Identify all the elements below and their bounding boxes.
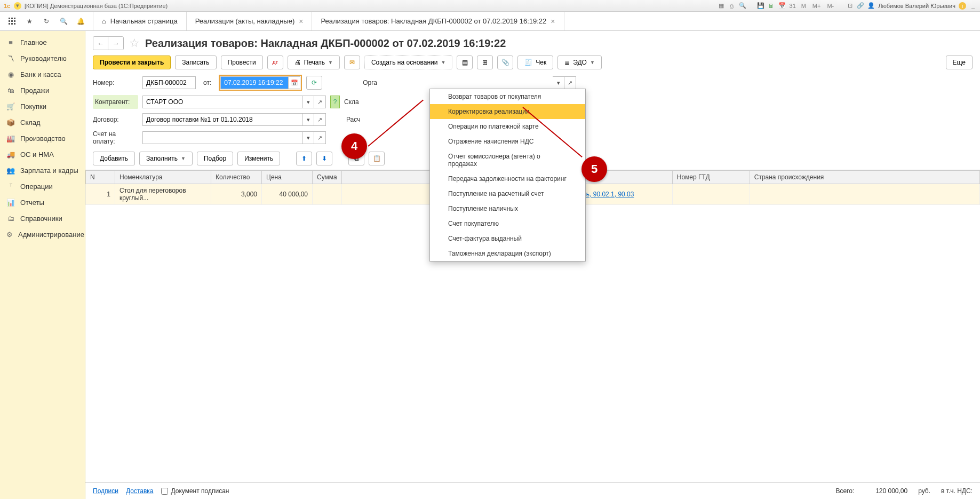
- dropdown-item[interactable]: Возврат товаров от покупателя: [430, 89, 585, 104]
- list-button[interactable]: ▤: [457, 56, 473, 69]
- col-nom[interactable]: Номенклатура: [115, 171, 211, 184]
- search-top-icon[interactable]: ⊡: [846, 2, 854, 10]
- date-icon[interactable]: 31: [789, 2, 796, 10]
- add-button[interactable]: Добавить: [93, 152, 135, 165]
- link-icon[interactable]: 🔗: [857, 2, 864, 10]
- apps-icon[interactable]: [7, 17, 17, 26]
- date-field[interactable]: [220, 76, 289, 89]
- dropdown-item[interactable]: Отражение начисления НДС: [430, 134, 585, 149]
- more-button[interactable]: Еще: [946, 56, 973, 69]
- dropdown-item[interactable]: Таможенная декларация (экспорт): [430, 246, 585, 261]
- contractor-field[interactable]: [142, 96, 302, 108]
- col-price[interactable]: Цена: [262, 171, 313, 184]
- info-icon[interactable]: i: [959, 2, 966, 10]
- contract-field[interactable]: [142, 113, 302, 126]
- number-field[interactable]: [142, 76, 196, 89]
- calendar-icon[interactable]: 📅: [778, 2, 786, 10]
- calendar-picker-icon[interactable]: 📅: [289, 76, 300, 89]
- refresh-date-button[interactable]: ⟳: [306, 76, 322, 90]
- col-n[interactable]: N: [86, 171, 115, 184]
- check-button[interactable]: 🧾Чек: [517, 56, 553, 69]
- contr-open-icon[interactable]: ↗: [314, 96, 326, 108]
- dropdown-item[interactable]: Счет-фактура выданный: [430, 231, 585, 246]
- post-close-button[interactable]: Провести и закрыть: [93, 56, 171, 69]
- sidebar-item-stock[interactable]: 📦Склад: [0, 114, 85, 130]
- dropdown-item[interactable]: Отчет комиссионера (агента) о продажах: [430, 149, 585, 171]
- search-icon[interactable]: 🔍: [59, 17, 68, 26]
- dog-dropdown-icon[interactable]: ▾: [302, 113, 314, 126]
- fill-button[interactable]: Заполнить▼: [139, 152, 193, 165]
- close-icon[interactable]: ×: [299, 17, 303, 26]
- callout-5: 5: [581, 156, 607, 182]
- tab-document[interactable]: Реализация товаров: Накладная ДКБП-00000…: [312, 12, 564, 30]
- dropdown-item[interactable]: Передача задолженности на факторинг: [430, 171, 585, 186]
- tb-icon-1[interactable]: ▦: [718, 2, 725, 10]
- col-country[interactable]: Страна происхождения: [750, 171, 979, 184]
- print-button[interactable]: 🖨Печать▼: [288, 56, 340, 69]
- sidebar-item-buy[interactable]: 🛒Покупки: [0, 98, 85, 114]
- user-name[interactable]: Любимов Валерий Юрьевич: [878, 3, 955, 9]
- change-button[interactable]: Изменить: [237, 152, 280, 165]
- edo-button[interactable]: ≣ЭДО▼: [557, 56, 602, 69]
- attach-button[interactable]: 📎: [497, 56, 513, 69]
- print-icon[interactable]: ⎙: [728, 2, 736, 10]
- doc-signed-checkbox[interactable]: Документ подписан: [161, 487, 229, 495]
- inv-open-icon[interactable]: ↗: [314, 131, 326, 144]
- sidebar-item-manager[interactable]: 〽Руководителю: [0, 50, 85, 66]
- org-open-icon[interactable]: ↗: [564, 76, 576, 89]
- bell-icon[interactable]: 🔔: [76, 17, 85, 26]
- dropdown-item[interactable]: Операция по платежной карте: [430, 119, 585, 134]
- mail-button[interactable]: ✉: [344, 56, 360, 69]
- calc-icon[interactable]: 🖩: [768, 2, 775, 10]
- sidebar-item-admin[interactable]: ⚙Администрирование: [0, 226, 85, 242]
- help-icon[interactable]: ?: [330, 96, 340, 108]
- sidebar-item-sales[interactable]: 🛍Продажи: [0, 82, 85, 98]
- sidebar-item-dir[interactable]: 🗂Справочники: [0, 210, 85, 226]
- create-based-button[interactable]: Создать на основании▼: [364, 56, 452, 69]
- dog-open-icon[interactable]: ↗: [314, 113, 326, 126]
- delivery-link[interactable]: Доставка: [126, 487, 154, 495]
- back-button[interactable]: ←: [93, 37, 108, 50]
- org-dropdown-icon[interactable]: ▾: [553, 76, 564, 89]
- close-icon[interactable]: ×: [551, 17, 555, 26]
- dropdown-item[interactable]: Поступление на расчетный счет: [430, 186, 585, 201]
- sidebar-item-ops[interactable]: ᵀОперации: [0, 178, 85, 194]
- tab-sales[interactable]: Реализация (акты, накладные) ×: [187, 12, 313, 30]
- sidebar-item-salary[interactable]: 👥Зарплата и кадры: [0, 162, 85, 178]
- dropdown-icon[interactable]: ▾: [14, 2, 21, 10]
- col-qty[interactable]: Количество: [211, 171, 262, 184]
- preview-icon[interactable]: 🔍: [739, 2, 746, 10]
- invoice-field[interactable]: [142, 131, 302, 144]
- dropdown-item-active[interactable]: Корректировка реализации: [430, 104, 585, 119]
- col-sum[interactable]: Сумма: [313, 171, 342, 184]
- col-gtd[interactable]: Номер ГТД: [672, 171, 750, 184]
- dt-kt-button[interactable]: Дт: [267, 56, 283, 69]
- move-up-button[interactable]: ⬆: [296, 152, 312, 165]
- sidebar-item-reports[interactable]: 📊Отчеты: [0, 194, 85, 210]
- paste-button[interactable]: 📋: [369, 152, 385, 165]
- m-button[interactable]: М: [800, 3, 808, 9]
- min-icon[interactable]: _: [969, 2, 977, 10]
- mplus-button[interactable]: М+: [811, 3, 823, 9]
- sidebar-item-main[interactable]: ≡Главное: [0, 34, 85, 50]
- struct-button[interactable]: ⊞: [477, 56, 493, 69]
- dropdown-item[interactable]: Поступление наличных: [430, 201, 585, 216]
- tab-home[interactable]: ⌂ Начальная страница: [93, 12, 187, 30]
- post-button[interactable]: Провести: [221, 56, 263, 69]
- star-tab-icon[interactable]: ★: [25, 17, 34, 26]
- inv-dropdown-icon[interactable]: ▾: [302, 131, 314, 144]
- signatures-link[interactable]: Подписи: [93, 487, 118, 495]
- sidebar-item-prod[interactable]: 🏭Производство: [0, 130, 85, 146]
- write-button[interactable]: Записать: [175, 56, 216, 69]
- mminus-button[interactable]: М-: [825, 3, 835, 9]
- save-icon[interactable]: 💾: [757, 2, 764, 10]
- favorite-icon[interactable]: ☆: [129, 36, 140, 50]
- sidebar-item-os[interactable]: 🚚ОС и НМА: [0, 146, 85, 162]
- contr-dropdown-icon[interactable]: ▾: [302, 96, 314, 108]
- history-icon[interactable]: ↻: [42, 17, 51, 26]
- dropdown-item[interactable]: Счет покупателю: [430, 216, 585, 231]
- forward-button[interactable]: →: [108, 37, 123, 50]
- move-down-button[interactable]: ⬇: [316, 152, 332, 165]
- pick-button[interactable]: Подбор: [197, 152, 233, 165]
- sidebar-item-bank[interactable]: ◉Банк и касса: [0, 66, 85, 82]
